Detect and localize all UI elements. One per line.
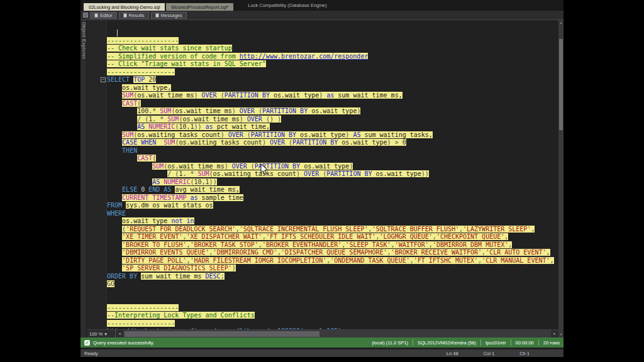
code-token: , <box>531 226 535 233</box>
code-token: -- Click "Triage wait stats in SQL Serve… <box>107 60 266 67</box>
code-line[interactable]: --Interpreting Lock Types and Conflicts <box>107 312 558 320</box>
code-token: * <box>152 107 160 114</box>
code-line[interactable]: ------------------ <box>107 69 558 77</box>
code-token: 'DBMIRRORING_CMD' <box>213 249 277 256</box>
code-line[interactable]: CAST( <box>107 155 558 163</box>
code-token: OVER <box>232 163 251 170</box>
code-line[interactable] <box>107 288 558 297</box>
code-token: , <box>429 241 433 248</box>
code-line[interactable]: CURRENT_TIMESTAMP as sample_time <box>107 194 558 202</box>
code-fold-icon[interactable]: − <box>101 77 106 82</box>
code-token <box>107 217 122 224</box>
code-line[interactable]: WHERE <box>107 210 558 218</box>
results-tab-icon <box>123 13 127 18</box>
vscroll-thumb[interactable] <box>559 39 563 130</box>
code-line[interactable]: CASE WHEN SUM(os.waiting_tasks_count) OV… <box>107 139 558 147</box>
code-token: )) <box>209 178 217 185</box>
code-line[interactable]: ORDER BY sum_wait_time_ms DESC; <box>107 273 558 281</box>
vertical-scrollbar[interactable]: ▲ ▼ <box>558 20 564 337</box>
code-token: PARTITION BY <box>262 107 311 114</box>
code-token: 'CLR_AUTO_EVENT' <box>486 249 546 256</box>
code-line[interactable]: 'DBMIRROR_EVENTS_QUEUE','DBMIRRORING_CMD… <box>107 249 558 257</box>
code-token: ) <box>296 170 304 177</box>
code-line[interactable]: 'SP_SERVER_DIAGNOSTICS_SLEEP') <box>107 265 558 273</box>
code-token <box>107 100 122 107</box>
code-token: os.wait_type <box>300 131 345 138</box>
code-line[interactable]: 100.* SUM(os.wait_time_ms) OVER (PARTITI… <box>107 107 558 116</box>
hscroll-thumb[interactable] <box>125 331 319 337</box>
status-separator <box>413 339 413 346</box>
code-line[interactable]: 'BROKER_TO_FLUSH','BROKER_TASK_STOP','BR… <box>107 241 558 250</box>
code-line[interactable]: CAST( <box>107 100 558 108</box>
code-line[interactable]: -- Click "Triage wait stats in SQL Serve… <box>107 60 558 69</box>
scroll-up-icon[interactable]: ▲ <box>558 20 564 26</box>
code-line[interactable]: os.wait_type not in <box>107 217 558 226</box>
tab-editor[interactable]: Editor <box>90 12 117 19</box>
horizontal-scrollbar: 100 % ▾ ◄ ► <box>87 329 558 337</box>
code-line[interactable]: SUM(os.wait_time_ms) OVER (PARTITION BY … <box>107 163 558 171</box>
mouse-cursor-icon <box>260 163 269 176</box>
code-line[interactable]: ------------------ <box>107 320 558 328</box>
code-token <box>107 155 137 162</box>
code-token: SUM <box>122 92 133 99</box>
code-token: CASE WHEN <box>122 139 164 146</box>
tab-messages-label: Messages <box>161 13 182 18</box>
code-token: > <box>395 139 402 146</box>
code-line[interactable]: SELECT TOP 20 <box>107 76 558 84</box>
code-token: , <box>550 257 554 264</box>
code-token: 'XE_DISPATCHER_WAIT' <box>186 233 262 240</box>
code-line[interactable]: SUM(os.wait_time_ms) OVER (PARTITION BY … <box>107 92 558 100</box>
code-token: OVER <box>202 92 221 99</box>
code-line[interactable] <box>107 29 558 37</box>
object-explorer-tab[interactable]: Object Explorer <box>80 20 87 337</box>
code-token: NUMERIC <box>164 178 190 185</box>
code-line[interactable]: ('REQUEST_FOR_DEADLOCK_SEARCH','SQLTRACE… <box>107 226 558 234</box>
tab-locking-blocking-demo[interactable]: 02Locking and Blocking-Demo.sql <box>84 3 165 11</box>
zoom-control[interactable]: 100 % ▾ <box>87 330 116 338</box>
code-line[interactable]: FROM sys.dm_os_wait_stats os <box>107 202 558 210</box>
code-token: os.wait_type <box>311 107 357 114</box>
success-check-icon: ✓ <box>84 340 90 346</box>
code-line[interactable]: AS NUMERIC(10,1)) <box>107 178 558 187</box>
code-token: , <box>391 241 395 248</box>
code-token: ------------------ <box>107 320 175 327</box>
code-token <box>107 178 152 185</box>
code-area[interactable]: --------------------- Check wait stats s… <box>107 29 558 329</box>
tab-blocked-process-report[interactable]: BlockedProcessReport.sql* <box>166 3 233 11</box>
code-line[interactable]: -- Check wait stats since startup <box>107 45 558 53</box>
code-token: os.wait_time_ms <box>182 116 239 123</box>
code-token: 10 <box>194 178 202 185</box>
code-line[interactable]: 'XE_TIMER_EVENT','XE_DISPATCHER_WAIT','F… <box>107 233 558 241</box>
code-line[interactable]: ELSE 0 END AS avg_wait_time_ms, <box>107 186 558 194</box>
code-line[interactable]: AS NUMERIC(10,1)) as pct_wait_time, <box>107 123 558 131</box>
code-line[interactable]: THEN <box>107 147 558 155</box>
code-token: ) <box>349 163 353 170</box>
code-line[interactable]: -- Simplified version of code from http:… <box>107 53 558 61</box>
code-line[interactable]: GO <box>107 280 558 288</box>
hscroll-track[interactable] <box>123 330 551 338</box>
code-line[interactable]: SUM(os.waiting_tasks_count) OVER (PARTIT… <box>107 131 558 140</box>
code-line[interactable]: / (1. * SUM(os.waiting_tasks_count) OVER… <box>107 170 558 178</box>
code-token: ) <box>232 107 240 114</box>
code-line[interactable]: ------------------- <box>107 304 558 312</box>
code-line[interactable]: os.wait_type, <box>107 84 558 92</box>
tab-messages[interactable]: Messages <box>151 12 187 19</box>
chevron-down-icon: ▾ <box>104 331 107 337</box>
sql-editor[interactable]: − --------------------- Check wait stats… <box>87 20 558 329</box>
code-token: 'XE_TIMER_EVENT' <box>122 233 182 240</box>
code-line[interactable]: / (1. * SUM(os.wait_time_ms) OVER () ) <box>107 116 558 124</box>
line-number: Ln 48 <box>447 351 458 356</box>
scroll-right-icon[interactable]: ► <box>551 330 558 338</box>
tab-results[interactable]: Results <box>119 12 149 19</box>
code-token: , <box>433 233 436 240</box>
code-token: 'LAZYWRITER_SLEEP' <box>463 226 531 233</box>
code-line[interactable]: 'DIRTY_PAGE_POLL','HADR_FILESTREAM_IOMGR… <box>107 257 558 265</box>
scroll-left-icon[interactable]: ◄ <box>116 330 123 338</box>
code-token: / ( <box>167 170 179 177</box>
code-line[interactable] <box>107 296 558 304</box>
code-token: ( <box>137 100 141 107</box>
code-line[interactable]: ------------------- <box>107 37 558 45</box>
scroll-down-icon[interactable]: ▼ <box>558 332 564 337</box>
code-token <box>107 123 137 130</box>
code-token: ( <box>251 163 255 170</box>
